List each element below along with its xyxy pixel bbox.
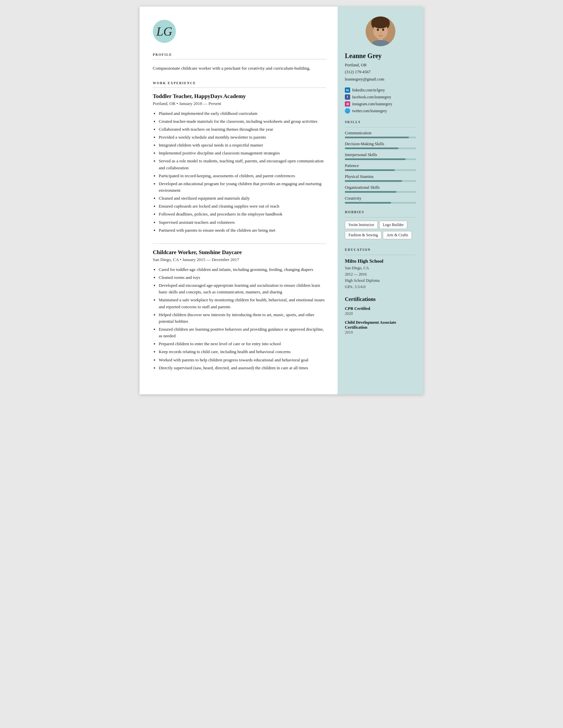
skills-divider	[345, 127, 416, 127]
svg-point-4	[377, 29, 379, 31]
list-item: Followed deadlines, policies, and proced…	[159, 211, 326, 217]
linkedin-icon: in	[345, 87, 350, 93]
list-item: Served as a role model to students, teac…	[159, 158, 326, 171]
list-item: Supervised assistant teachers and volunt…	[159, 219, 326, 226]
job-block-2: Childcare Worker, Sunshine Daycare San D…	[153, 249, 326, 371]
profile-text: Compassionate childcare worker with a pe…	[153, 65, 326, 72]
profile-divider	[153, 59, 326, 59]
logo-circle: LG	[153, 20, 176, 43]
twitter-label: twitter.com/leannegrey	[352, 109, 387, 113]
avatar-container	[345, 17, 416, 46]
work-experience-section: WORK EXPERIENCE Toddler Teacher, HappyDa…	[153, 81, 326, 371]
list-item: Ensured children are learning positive b…	[159, 326, 326, 339]
skills-list: CommunicationDecision-Making SkillsInter…	[345, 131, 416, 204]
list-item: Provided a weekly schedule and monthly n…	[159, 134, 326, 141]
hobby-tag: Fashion & Sewing	[345, 231, 381, 239]
education-block: Milto High SchoolSan Diego, CA2012 — 201…	[345, 258, 416, 290]
skill-bar-fill	[345, 191, 396, 193]
resume-document: LG PROFILE Compassionate childcare worke…	[140, 7, 423, 394]
svg-point-5	[382, 29, 384, 31]
job-meta-1: Portland, OR • January 2018 — Present	[153, 101, 326, 106]
facebook-label: facebook.com/leannegrey	[352, 95, 391, 99]
contact-phone: (312) 179-4567	[345, 69, 416, 76]
linkedin-label: linkedin.com/in/lgrey	[352, 88, 385, 92]
list-item: Planned and implemented the early childh…	[159, 110, 326, 117]
list-item: Cared for toddler-age children and infan…	[159, 266, 326, 273]
edu-meta: San Diego, CA2012 — 2016High School Dipl…	[345, 265, 416, 290]
list-item: Developed and encouraged age-appropriate…	[159, 282, 326, 295]
cert-year: 2019	[345, 330, 416, 335]
list-item: Integrated children with special needs i…	[159, 142, 326, 149]
list-item: Implemented positive discipline and clas…	[159, 150, 326, 156]
skill-name: Organizational Skills	[345, 185, 416, 190]
left-column: LG PROFILE Compassionate childcare worke…	[140, 7, 338, 394]
skill-bar-fill	[345, 148, 398, 149]
hobbies-list: Swim InstructorLego BuilderFashion & Sew…	[345, 221, 416, 241]
skill-name: Communication	[345, 131, 416, 136]
skill-bar-bg	[345, 158, 416, 160]
education-label: EDUCATION	[345, 248, 416, 251]
skill-name: Physical Stamina	[345, 174, 416, 179]
skill-item: Patience	[345, 163, 416, 171]
skill-bar-bg	[345, 191, 416, 193]
skill-name: Interpersonal Skills	[345, 152, 416, 157]
avatar-image	[366, 17, 395, 46]
job-meta-2: San Diego, CA • January 2015 — December …	[153, 257, 326, 262]
job-title-2: Childcare Worker, Sunshine Daycare	[153, 249, 326, 256]
instagram-label: instagram.com/leannegrey	[352, 102, 392, 106]
hobbies-divider	[345, 217, 416, 217]
social-links: inlinkedin.com/in/lgreyffacebook.com/lea…	[345, 87, 416, 114]
job-block-1: Toddler Teacher, HappyDays Academy Portl…	[153, 93, 326, 234]
hobby-tag: Arts & Crafts	[383, 231, 412, 239]
list-item: Partnered with parents to ensure needs o…	[159, 227, 326, 234]
skill-item: Decision-Making Skills	[345, 142, 416, 149]
list-item: Directly supervised (saw, heard, directe…	[159, 365, 326, 371]
edu-school: Milto High School	[345, 258, 416, 264]
logo-initials: LG	[156, 25, 173, 38]
skill-bar-bg	[345, 180, 416, 182]
skill-item: Creativity	[345, 196, 416, 204]
hobby-tag: Swim Instructor	[345, 221, 378, 229]
skill-name: Patience	[345, 163, 416, 168]
skill-item: Interpersonal Skills	[345, 152, 416, 160]
work-divider	[153, 87, 326, 88]
right-column: Leanne Grey Portland, OR (312) 179-4567 …	[338, 7, 423, 394]
twitter-icon: 🐦	[345, 108, 350, 114]
person-name: Leanne Grey	[345, 52, 416, 60]
certifications-list: CPR Certified2020Child Development Assoc…	[345, 306, 416, 335]
facebook-icon: f	[345, 94, 350, 100]
cert-title: Child Development Associate Certificatio…	[345, 320, 416, 330]
skill-bar-fill	[345, 169, 395, 171]
list-item: Keep records relating to child care, inc…	[159, 348, 326, 355]
skill-name: Decision-Making Skills	[345, 142, 416, 147]
list-item: Participated in record-keeping, assessme…	[159, 173, 326, 179]
skill-bar-fill	[345, 137, 409, 138]
list-item: Created teacher-made materials for the c…	[159, 118, 326, 125]
profile-section: PROFILE Compassionate childcare worker w…	[153, 53, 326, 72]
hobbies-label: HOBBIES	[345, 210, 416, 214]
skill-bar-fill	[345, 180, 402, 182]
skill-bar-bg	[345, 148, 416, 149]
cert-year: 2020	[345, 311, 416, 316]
social-facebook: ffacebook.com/leannegrey	[345, 94, 416, 100]
list-item: Collaborated with teachers on learning t…	[159, 126, 326, 133]
svg-point-6	[380, 33, 381, 34]
skills-label: SKILLS	[345, 120, 416, 124]
profile-label: PROFILE	[153, 53, 326, 56]
list-item: Developed an educational program for you…	[159, 181, 326, 194]
skill-item: Organizational Skills	[345, 185, 416, 193]
contact-city: Portland, OR	[345, 62, 416, 69]
skill-bar-fill	[345, 202, 391, 204]
list-item: Worked with parents to help children pro…	[159, 357, 326, 363]
certifications-heading: Certifications	[345, 296, 416, 302]
logo-area: LG	[153, 20, 326, 43]
avatar	[366, 17, 395, 46]
skill-bar-bg	[345, 137, 416, 138]
skill-bar-fill	[345, 158, 406, 160]
list-item: Cleaned rooms and toys	[159, 274, 326, 281]
list-item: Prepared children to enter the next leve…	[159, 341, 326, 347]
list-item: Maintained a safe workplace by monitorin…	[159, 297, 326, 310]
skill-item: Physical Stamina	[345, 174, 416, 182]
list-item: Cleaned and sterilized equipment and mat…	[159, 195, 326, 202]
hobby-tag: Lego Builder	[379, 221, 408, 229]
